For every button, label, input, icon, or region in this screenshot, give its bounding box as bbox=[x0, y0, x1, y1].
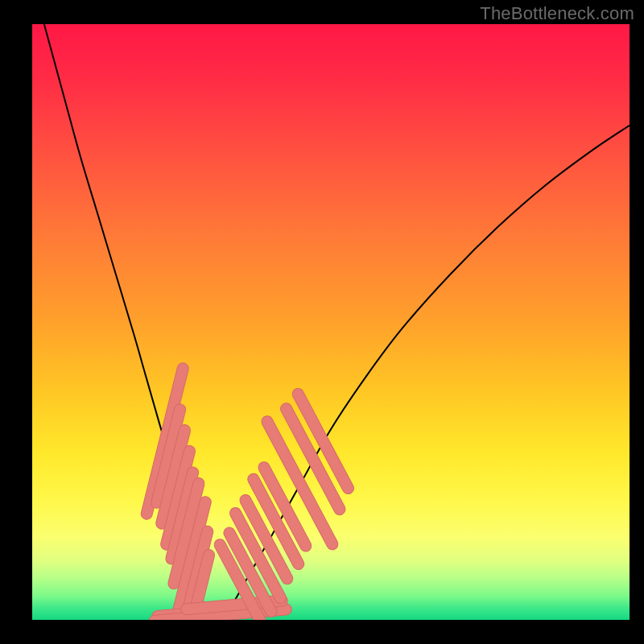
curve-markers bbox=[140, 361, 356, 620]
outer-frame: TheBottleneck.com bbox=[0, 0, 644, 644]
watermark-label: TheBottleneck.com bbox=[480, 3, 634, 24]
bottleneck-curve-svg bbox=[32, 24, 630, 620]
bottleneck-v-curve bbox=[44, 24, 630, 617]
plot-area bbox=[32, 24, 630, 620]
